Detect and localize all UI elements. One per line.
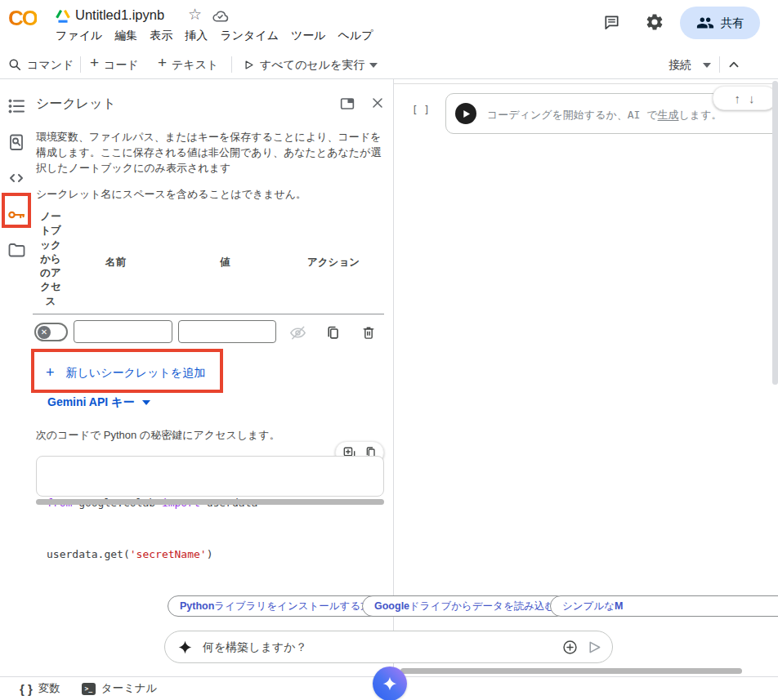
code-line: userdata.get('secretName') [47, 546, 373, 563]
notebook-title[interactable]: Untitled1.ipynb [75, 7, 164, 23]
send-icon[interactable] [586, 639, 603, 656]
suggestion-chip-install-python-libraries[interactable]: Python ライブラリをインストールする方法 [168, 595, 393, 617]
collapse-header-icon[interactable] [726, 56, 742, 73]
code-caption: 次のコードで Python の秘密鍵にアクセスします。 [36, 428, 280, 443]
table-of-contents-icon[interactable] [7, 96, 26, 116]
gemini-api-key-dropdown[interactable]: Gemini API キー [47, 395, 150, 410]
people-icon [696, 14, 714, 32]
files-folder-icon[interactable] [7, 240, 26, 260]
menu-view[interactable]: 表示 [150, 29, 172, 43]
sparkle-icon [177, 640, 193, 655]
panel-horizontal-scrollbar[interactable] [36, 499, 384, 505]
variables-label: 変数 [38, 681, 60, 696]
cell-move-toolbar: ↑ ↓ [713, 86, 776, 110]
star-icon[interactable]: ☆ [188, 5, 202, 24]
secrets-note: シークレット名にスペースを含めることはできません。 [36, 187, 382, 202]
toolbar-divider [231, 56, 232, 73]
terminal-label: ターミナル [101, 681, 158, 696]
column-header-name: 名前 [105, 256, 126, 270]
menu-insert[interactable]: 挿入 [185, 29, 208, 43]
play-icon [462, 109, 471, 118]
add-code-cell-button[interactable]: コード [104, 58, 139, 73]
table-divider [33, 314, 384, 314]
cell-execution-gutter[interactable]: [ ] [412, 105, 430, 116]
comment-icon[interactable] [602, 13, 621, 32]
cloud-check-icon[interactable] [211, 7, 230, 24]
plus-icon[interactable]: + [158, 54, 167, 72]
eye-off-icon[interactable] [288, 323, 307, 342]
share-label: 共有 [721, 16, 744, 31]
terminal-icon: >_ [82, 683, 96, 695]
run-all-icon[interactable] [243, 59, 255, 71]
open-in-tab-icon[interactable] [338, 95, 356, 113]
panel-divider[interactable] [393, 79, 394, 676]
editor-top-hairline [394, 83, 778, 84]
secret-name-input[interactable] [74, 320, 172, 343]
menu-file[interactable]: ファイル [56, 29, 102, 43]
drive-icon [56, 9, 70, 23]
secret-value-input[interactable] [178, 320, 276, 343]
menu-tools[interactable]: ツール [291, 29, 326, 43]
gemini-sparkle-icon [382, 675, 398, 692]
add-attachment-icon[interactable] [561, 639, 579, 656]
add-secret-button[interactable]: + 新しいシークレットを追加 [46, 364, 205, 381]
add-text-cell-button[interactable]: テキスト [172, 58, 218, 73]
editor-horizontal-scrollbar[interactable] [400, 668, 742, 674]
connect-button[interactable]: 接続 [668, 58, 691, 73]
panel-title: シークレット [36, 96, 116, 113]
colab-logo: CO [8, 6, 37, 31]
braces-icon: { } [20, 682, 33, 696]
code-snippets-icon[interactable] [7, 168, 26, 188]
suggestion-chip-load-drive-data[interactable]: Google ドライブからデータを読み込む [362, 595, 567, 617]
chevron-down-icon [142, 400, 150, 405]
colab-window: CO Untitled1.ipynb ☆ ファイル 編集 表示 挿入 ランタイム… [0, 0, 778, 700]
copy-icon[interactable] [325, 325, 342, 341]
add-secret-label: 新しいシークレットを追加 [66, 366, 206, 381]
gemini-fab[interactable] [373, 667, 407, 700]
build-prompt-input[interactable] [201, 631, 561, 662]
variables-button[interactable]: { } 変数 [20, 681, 60, 696]
command-palette-button[interactable]: コマンド [27, 58, 74, 73]
menu-help[interactable]: ヘルプ [338, 29, 373, 43]
toolbar: コマンド + コード + テキスト すべてのセルを実行 接続 [0, 51, 778, 79]
run-cell-button[interactable] [455, 103, 476, 124]
vertical-scrollbar[interactable] [772, 81, 778, 385]
find-replace-icon[interactable] [7, 132, 26, 152]
toolbar-divider [719, 56, 720, 73]
move-cell-down-icon[interactable]: ↓ [749, 91, 755, 105]
chevron-down-icon[interactable] [369, 63, 378, 68]
plus-icon: + [46, 364, 55, 381]
menu-edit[interactable]: 編集 [114, 29, 137, 43]
annotation-box-key-icon [2, 193, 31, 228]
plus-icon[interactable]: + [90, 54, 99, 72]
run-all-button[interactable]: すべてのセルを実行 [260, 58, 364, 73]
share-button[interactable]: 共有 [680, 7, 760, 39]
toolbar-divider [80, 56, 81, 73]
generate-with-ai-link[interactable]: 生成 [658, 109, 679, 121]
terminal-button[interactable]: >_ ターミナル [82, 681, 158, 696]
cell-placeholder: コーディングを開始するか、AI で生成します。 [487, 108, 722, 123]
notebook-access-toggle[interactable]: ✕ [34, 323, 68, 341]
secrets-code-snippet: from google.colab import userdata userda… [36, 456, 384, 497]
close-icon[interactable] [369, 95, 386, 111]
trash-icon[interactable] [360, 324, 377, 341]
move-cell-up-icon[interactable]: ↑ [735, 91, 741, 105]
secrets-description: 環境変数、ファイルパス、またはキーを保存することにより、コードを構成します。ここ… [36, 129, 382, 176]
suggestion-chip-simple-model[interactable]: シンプルな M [550, 595, 778, 617]
menu-runtime[interactable]: ランタイム [220, 29, 279, 43]
column-header-notebook-access: ノートブックからのアクセス [36, 210, 65, 309]
menubar: ファイル 編集 表示 挿入 ランタイム ツール ヘルプ [56, 27, 373, 45]
chevron-down-icon[interactable] [703, 63, 711, 68]
search-icon[interactable] [8, 58, 22, 72]
column-header-actions: アクション [307, 256, 360, 270]
gemini-api-key-label: Gemini API キー [47, 395, 134, 410]
column-header-value: 値 [220, 256, 230, 270]
ai-prompt-bar[interactable] [164, 631, 613, 663]
gear-icon[interactable] [645, 12, 664, 32]
toggle-off-x-icon: ✕ [38, 326, 51, 339]
